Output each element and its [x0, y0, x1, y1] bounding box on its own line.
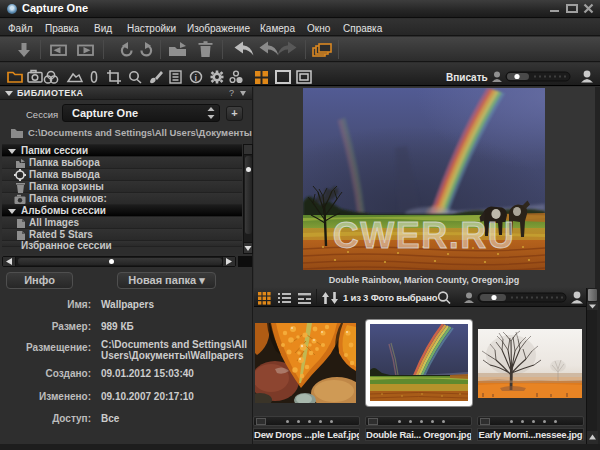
svg-text:CWER.RU: CWER.RU — [333, 215, 515, 256]
svg-text:1 из 3 Фото выбрано: 1 из 3 Фото выбрано — [343, 292, 438, 303]
svg-text:i: i — [195, 73, 198, 83]
svg-text:Вписать: Вписать — [446, 72, 488, 83]
